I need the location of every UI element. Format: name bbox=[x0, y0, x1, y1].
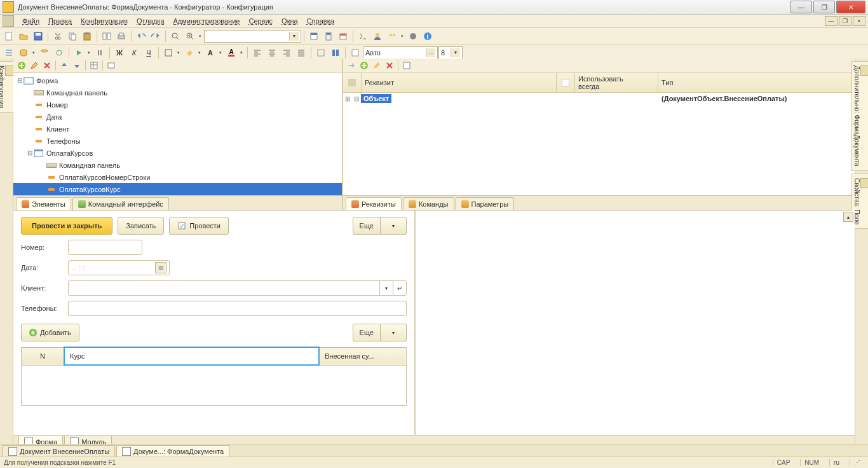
menu-config[interactable]: Конфигурация bbox=[76, 16, 132, 26]
fill-icon[interactable] bbox=[182, 46, 196, 60]
border-icon[interactable] bbox=[161, 46, 175, 60]
req-edit-icon[interactable] bbox=[371, 60, 383, 71]
zoom-icon[interactable] bbox=[183, 29, 197, 43]
copy-icon[interactable] bbox=[65, 29, 79, 43]
req-move-icon[interactable] bbox=[346, 60, 357, 71]
tab-elements[interactable]: Элементы bbox=[16, 197, 71, 210]
menu-debug[interactable]: Отладка bbox=[132, 16, 168, 26]
tree-row-courses-rownum[interactable]: ОплатаКурсовНомерСтроки bbox=[13, 171, 342, 183]
pause-icon[interactable] bbox=[93, 46, 107, 60]
courses-table[interactable]: N Курс Внесенная су... bbox=[21, 347, 407, 406]
text-color-dropdown[interactable]: ▾ bbox=[217, 47, 224, 59]
menu-edit[interactable]: Правка bbox=[44, 16, 76, 26]
calc-icon[interactable] bbox=[322, 29, 336, 43]
tab-params[interactable]: Параметры bbox=[456, 197, 515, 210]
new-icon[interactable] bbox=[2, 29, 16, 43]
requisites-body[interactable]: ⊞ ⊟ Объект (ДокументОбъект.ВнесениеОплат… bbox=[343, 93, 855, 195]
col-requisite[interactable]: Реквизит bbox=[362, 73, 557, 92]
column-icon[interactable] bbox=[329, 46, 342, 60]
tree-row-cmdpanel[interactable]: Командная панель bbox=[13, 86, 342, 99]
users-dropdown[interactable]: ▾ bbox=[399, 31, 405, 42]
menu-windows[interactable]: Окна bbox=[277, 16, 302, 26]
border-dropdown[interactable]: ▾ bbox=[175, 47, 182, 59]
client-dropdown-icon[interactable]: ▾ bbox=[379, 281, 393, 295]
preview-icon[interactable] bbox=[105, 60, 117, 71]
client-input[interactable]: ▾↵ bbox=[68, 280, 407, 296]
save-button[interactable]: Записать bbox=[118, 217, 164, 235]
toggle-icon[interactable] bbox=[307, 29, 321, 43]
highlight-dropdown[interactable]: ▾ bbox=[238, 47, 245, 59]
paste-icon[interactable] bbox=[80, 29, 94, 43]
tree-row-courses-cmdpanel[interactable]: Командная панель bbox=[13, 159, 342, 171]
size-combo[interactable]: 8▾ bbox=[438, 46, 463, 59]
find-icon[interactable] bbox=[168, 29, 182, 43]
tree-row-courses[interactable]: ⊟ОплатаКурсов bbox=[13, 147, 342, 159]
expand-icon[interactable]: ⊞ bbox=[343, 95, 352, 102]
align-left-icon[interactable] bbox=[250, 46, 264, 60]
db-save-icon[interactable] bbox=[37, 46, 51, 60]
tree-row-phones[interactable]: Телефоны bbox=[13, 135, 342, 147]
scroll-up-icon[interactable]: ▴ bbox=[843, 212, 853, 222]
align-right-icon[interactable] bbox=[280, 46, 294, 60]
maximize-button[interactable]: ❐ bbox=[813, 1, 835, 13]
tab-requisites[interactable]: Реквизиты bbox=[346, 197, 402, 210]
tab-commands[interactable]: Команды bbox=[403, 197, 454, 210]
underline-icon[interactable]: Ч bbox=[142, 46, 156, 60]
close-button[interactable]: ✕ bbox=[836, 1, 865, 13]
req-add-icon[interactable] bbox=[358, 60, 370, 71]
status-resize-icon[interactable]: ⋰ bbox=[850, 459, 864, 466]
requisite-row-object[interactable]: ⊞ ⊟ Объект (ДокументОбъект.ВнесениеОплат… bbox=[343, 93, 855, 104]
search-combo[interactable]: ▾ bbox=[204, 30, 301, 43]
col-type[interactable]: Тип bbox=[658, 73, 855, 92]
move-down-icon[interactable] bbox=[71, 60, 83, 71]
db-icon[interactable] bbox=[17, 46, 31, 60]
mdi-close-button[interactable]: × bbox=[853, 16, 865, 26]
tree-row-date[interactable]: Дата bbox=[13, 111, 342, 123]
calendar-icon[interactable] bbox=[336, 29, 350, 43]
table-more-dropdown[interactable]: ▾ bbox=[381, 324, 407, 341]
icon-a[interactable] bbox=[348, 46, 362, 60]
col-n[interactable]: N bbox=[22, 347, 65, 365]
menu-help[interactable]: Справка bbox=[302, 16, 339, 26]
tree-row-number[interactable]: Номер bbox=[13, 99, 342, 111]
mdi-minimize-button[interactable]: — bbox=[825, 16, 837, 26]
phones-input[interactable] bbox=[68, 301, 407, 316]
compare-icon[interactable] bbox=[100, 29, 114, 43]
wtab-form[interactable]: Докуме...: ФормаДокумента bbox=[116, 445, 229, 457]
text-color-icon[interactable]: А bbox=[203, 46, 217, 60]
run-icon[interactable] bbox=[72, 46, 86, 60]
req-delete-icon[interactable] bbox=[384, 60, 395, 71]
users-icon[interactable] bbox=[385, 29, 399, 43]
bold-icon[interactable]: Ж bbox=[112, 46, 126, 60]
col-course[interactable]: Курс bbox=[64, 347, 319, 365]
update-icon[interactable] bbox=[52, 46, 66, 60]
syntax-icon[interactable] bbox=[356, 29, 370, 43]
open-icon[interactable] bbox=[17, 29, 31, 43]
highlight-icon[interactable]: А bbox=[224, 46, 238, 60]
align-center-icon[interactable] bbox=[265, 46, 279, 60]
zoom-dropdown[interactable]: ▾ bbox=[197, 31, 203, 42]
redo-icon[interactable] bbox=[149, 29, 163, 43]
calendar-picker-icon[interactable]: ▦ bbox=[155, 262, 166, 273]
table-more-button[interactable]: Еще bbox=[353, 324, 381, 341]
post-and-close-button[interactable]: Провести и закрыть bbox=[21, 217, 112, 235]
number-input[interactable] bbox=[68, 240, 142, 255]
font-combo[interactable]: Авто... bbox=[363, 46, 438, 59]
add-icon[interactable] bbox=[16, 60, 27, 71]
user-icon[interactable] bbox=[370, 29, 384, 43]
db-dropdown[interactable]: ▾ bbox=[31, 47, 37, 59]
minimize-button[interactable]: — bbox=[790, 1, 812, 13]
more-dropdown[interactable]: ▾ bbox=[381, 217, 407, 235]
col-use-always[interactable]: Использовать всегда bbox=[575, 73, 658, 92]
tree-row-client[interactable]: Клиент bbox=[13, 123, 342, 135]
props-icon[interactable] bbox=[88, 60, 100, 71]
delete-icon[interactable] bbox=[41, 60, 53, 71]
post-button[interactable]: Провести bbox=[169, 217, 229, 235]
tab-cmd-interface[interactable]: Командный интерфейс bbox=[72, 197, 169, 210]
side-tab-additional[interactable]: Дополнительно: ФормаДокумента bbox=[851, 61, 869, 171]
edit-icon[interactable] bbox=[29, 60, 40, 71]
undo-icon[interactable] bbox=[134, 29, 148, 43]
align-justify-icon[interactable] bbox=[294, 46, 308, 60]
elements-tree[interactable]: ⊟Форма Командная панель Номер Дата Клиен… bbox=[13, 73, 342, 195]
move-up-icon[interactable] bbox=[58, 60, 70, 71]
